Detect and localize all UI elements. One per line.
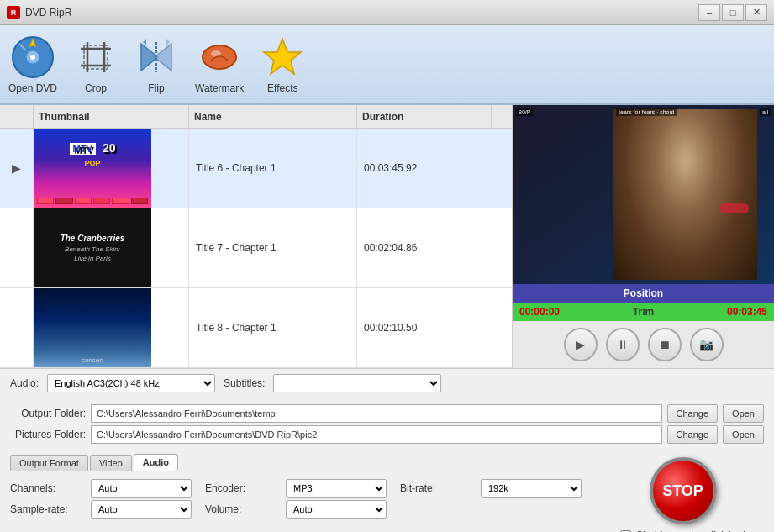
format-tabs-row: Output Format Video Audio <box>0 450 592 471</box>
bitrate-select[interactable]: 192k <box>481 479 582 498</box>
svg-marker-11 <box>143 39 146 45</box>
volume-select[interactable]: Auto <box>286 500 387 519</box>
row-check-3[interactable] <box>0 288 34 367</box>
row-name-2: Title 7 - Chapter 1 <box>189 208 357 287</box>
svg-point-2 <box>30 55 35 60</box>
filelist-body: ▶ MTV 20 POP <box>0 129 512 368</box>
toolbar: Open DVD Crop Flip <box>0 25 774 105</box>
format-left: Output Format Video Audio Channels: Auto… <box>0 450 592 526</box>
crop-icon <box>74 35 118 79</box>
tab-output-format[interactable]: Output Format <box>10 455 88 471</box>
snapshot-button[interactable]: 📷 <box>690 328 724 361</box>
pictures-folder-row: Pictures Folder: Change Open <box>10 425 764 444</box>
samplerate-label: Sample-rate: <box>10 503 77 515</box>
row-check-1[interactable]: ▶ <box>0 129 34 208</box>
row-thumb-3: concert <box>34 288 189 367</box>
tab-video[interactable]: Video <box>90 455 132 471</box>
maximize-button[interactable]: □ <box>722 4 744 21</box>
trim-start: 00:00:00 <box>519 306 560 318</box>
app-body: Thumbnail Name Duration ▶ MTV 20 <box>0 105 774 532</box>
row-name-1: Title 6 - Chapter 1 <box>189 129 357 208</box>
row-thumb-2: The Cranberries Beneath The Skin: Live i… <box>34 208 189 287</box>
table-row[interactable]: ▶ MTV 20 POP <box>0 129 512 208</box>
col-name-header: Name <box>189 105 357 128</box>
preview-video: 80/P tears for fears · shout all <box>513 105 774 284</box>
flip-label: Flip <box>148 82 164 94</box>
crop-label: Crop <box>85 82 107 94</box>
output-open-button[interactable]: Open <box>723 404 764 423</box>
crop-button[interactable]: Crop <box>74 35 118 94</box>
encoder-label: Encoder: <box>205 482 272 494</box>
bottom-strip: Audio: English AC3(2Ch) 48 kHz Subtitles… <box>0 368 774 532</box>
trim-bar[interactable]: 00:00:00 Trim 00:03:45 <box>513 303 774 321</box>
row-check-2[interactable] <box>0 208 34 287</box>
open-dvd-label: Open DVD <box>8 82 57 94</box>
pictures-change-button[interactable]: Change <box>667 425 719 444</box>
titlebar-left: R DVD RipR <box>7 6 71 19</box>
svg-marker-15 <box>264 39 301 74</box>
row-name-3: Title 8 - Chapter 1 <box>189 288 357 367</box>
flip-button[interactable]: Flip <box>134 35 178 94</box>
preview-panel: 80/P tears for fears · shout all Positio… <box>513 105 774 368</box>
output-folder-input[interactable] <box>91 404 662 423</box>
col-scroll-header <box>492 105 508 128</box>
pictures-open-button[interactable]: Open <box>723 425 764 444</box>
bitrate-label: Bit-rate: <box>400 482 467 494</box>
format-content: Channels: Auto Encoder: MP3 Bit-rate: 19… <box>0 471 592 526</box>
encoder-select[interactable]: MP3 <box>286 479 387 498</box>
trim-end: 00:03:45 <box>727 306 767 318</box>
tab-audio[interactable]: Audio <box>134 454 178 471</box>
titlebar-controls: – □ ✕ <box>698 4 767 21</box>
pause-button[interactable]: ⏸ <box>606 328 640 361</box>
titlebar-title: DVD RipR <box>25 7 71 18</box>
row-duration-1: 00:03:45.92 <box>357 129 492 208</box>
svg-marker-12 <box>166 39 170 45</box>
format-section: Output Format Video Audio Channels: Auto… <box>0 450 774 532</box>
samplerate-select[interactable]: Auto <box>91 500 192 519</box>
watermark-label: Watermark <box>195 82 244 94</box>
audio-sub-row: Audio: English AC3(2Ch) 48 kHz Subtitles… <box>0 369 774 398</box>
audio-label: Audio: <box>10 377 39 389</box>
position-label: Position <box>624 287 663 299</box>
right-action-panel: STOP Shutdown when finished <box>592 450 774 532</box>
pictures-folder-input[interactable] <box>91 425 662 444</box>
app-icon: R <box>7 6 20 19</box>
close-button[interactable]: ✕ <box>745 4 767 21</box>
table-row[interactable]: The Cranberries Beneath The Skin: Live i… <box>0 208 512 288</box>
svg-point-13 <box>203 45 236 69</box>
filelist-panel: Thumbnail Name Duration ▶ MTV 20 <box>0 105 513 368</box>
watermark-button[interactable]: Watermark <box>195 35 244 94</box>
flip-icon <box>134 35 178 79</box>
output-change-button[interactable]: Change <box>667 404 719 423</box>
channels-select[interactable]: Auto <box>91 479 192 498</box>
stop-button-main[interactable]: STOP <box>650 457 717 524</box>
stop-button[interactable]: ⏹ <box>648 328 682 361</box>
trim-label: Trim <box>633 306 654 318</box>
subtitles-select[interactable] <box>273 374 441 392</box>
col-duration-header: Duration <box>357 105 492 128</box>
open-dvd-button[interactable]: Open DVD <box>8 35 57 94</box>
table-row[interactable]: concert Title 8 - Chapter 1 00:02:10.50 <box>0 288 512 368</box>
row-duration-3: 00:02:10.50 <box>357 288 492 367</box>
pictures-folder-label: Pictures Folder: <box>10 429 86 440</box>
effects-button[interactable]: Effects <box>261 35 304 94</box>
audio-select[interactable]: English AC3(2Ch) 48 kHz <box>47 374 215 392</box>
row-duration-2: 00:02:04.86 <box>357 208 492 287</box>
filelist-header: Thumbnail Name Duration <box>0 105 512 129</box>
folder-rows: Output Folder: Change Open Pictures Fold… <box>0 398 774 450</box>
row-thumb-1: MTV 20 POP <box>34 129 189 208</box>
output-folder-row: Output Folder: Change Open <box>10 404 764 423</box>
col-thumbnail-header: Thumbnail <box>34 105 189 128</box>
output-folder-label: Output Folder: <box>10 408 86 419</box>
controls-row: ▶ ⏸ ⏹ 📷 <box>513 321 774 368</box>
col-select <box>0 105 34 128</box>
open-dvd-icon <box>11 35 55 79</box>
play-button[interactable]: ▶ <box>564 328 598 361</box>
channels-label: Channels: <box>10 482 77 494</box>
volume-label: Volume: <box>205 503 272 515</box>
position-bar[interactable]: Position <box>513 284 774 303</box>
play-indicator-icon: ▶ <box>12 161 21 175</box>
watermark-icon <box>197 35 241 79</box>
format-row-1: Channels: Auto Encoder: MP3 Bit-rate: 19… <box>10 479 582 498</box>
minimize-button[interactable]: – <box>698 4 720 21</box>
